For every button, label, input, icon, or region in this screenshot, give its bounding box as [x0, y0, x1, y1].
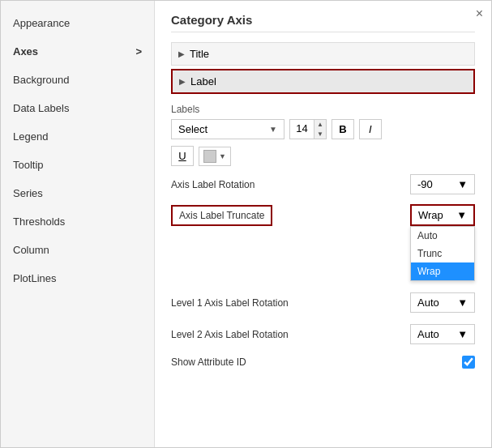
title-row-label: Title: [190, 48, 209, 60]
sidebar-item-label: Series: [13, 187, 43, 199]
italic-button[interactable]: I: [359, 119, 382, 139]
level2-rotation-value: Auto: [417, 328, 439, 340]
content-area: Appearance Axes > Background Data Labels…: [1, 1, 491, 447]
truncate-value: Wrap: [418, 209, 443, 221]
font-size-spinners: ▲ ▼: [314, 120, 326, 139]
sidebar-item-label: Thresholds: [13, 215, 65, 228]
close-button[interactable]: ×: [476, 7, 483, 20]
chevron-down-icon: ▼: [457, 178, 468, 190]
font-size-down[interactable]: ▼: [314, 130, 326, 139]
show-attr-id-label: Show Attribute ID: [171, 356, 246, 368]
level1-rotation-dropdown[interactable]: Auto ▼: [410, 292, 475, 313]
level2-rotation-dropdown[interactable]: Auto ▼: [410, 324, 475, 344]
font-family-value: Select: [178, 123, 207, 135]
dialog: × Appearance Axes > Background Data Labe…: [0, 0, 492, 448]
sidebar-item-label: PlotLines: [13, 272, 56, 284]
level1-rotation-label: Level 1 Axis Label Rotation: [171, 297, 289, 309]
font-size-up[interactable]: ▲: [314, 120, 326, 130]
axis-label-rotation-row: Axis Label Rotation -90 ▼: [171, 173, 475, 196]
label-row[interactable]: ▶ Label: [171, 69, 475, 94]
chevron-down-icon: ▼: [269, 125, 277, 134]
bold-button[interactable]: B: [332, 119, 354, 139]
chevron-down-icon: ▼: [457, 328, 468, 340]
chevron-down-icon: ▼: [457, 297, 468, 309]
truncate-option-wrap[interactable]: Wrap: [411, 262, 474, 280]
rotation-value: -90: [417, 178, 433, 190]
font-size-field: 14 ▲ ▼: [289, 119, 327, 139]
level1-rotation-row: Level 1 Axis Label Rotation Auto ▼: [171, 291, 475, 314]
labels-section-label: Labels: [171, 104, 475, 115]
tri-icon: ▶: [178, 49, 185, 58]
color-swatch: [203, 150, 216, 163]
tri-icon: ▶: [179, 77, 186, 86]
axis-label-truncate-row: Axis Label Truncate Wrap ▼ Auto Trunc Wr…: [171, 204, 475, 226]
font-family-select[interactable]: Select ▼: [171, 119, 285, 139]
color-chevron-icon: ▼: [219, 152, 226, 160]
truncate-dropdown-container: Wrap ▼ Auto Trunc Wrap: [410, 204, 475, 226]
sidebar-item-appearance[interactable]: Appearance: [1, 9, 154, 37]
sidebar: Appearance Axes > Background Data Labels…: [1, 1, 155, 447]
sidebar-item-column[interactable]: Column: [1, 236, 154, 264]
section-title: Category Axis: [171, 13, 475, 32]
sidebar-item-arrow: >: [135, 45, 142, 58]
rotation-dropdown[interactable]: -90 ▼: [410, 174, 475, 194]
sidebar-item-label: Axes: [13, 45, 38, 58]
axis-label-truncate-label: Axis Label Truncate: [171, 205, 272, 226]
underline-button[interactable]: U: [171, 146, 194, 166]
show-attr-id-checkbox[interactable]: [462, 356, 475, 369]
font-size-value: 14: [290, 120, 314, 139]
sidebar-item-label: Data Labels: [13, 102, 69, 114]
main-panel: Category Axis ▶ Title ▶ Label Labels Sel…: [155, 1, 491, 447]
sidebar-item-series[interactable]: Series: [1, 179, 154, 207]
labels-form-group: Labels Select ▼ 14 ▲ ▼: [171, 104, 475, 166]
sidebar-item-legend[interactable]: Legend: [1, 122, 154, 151]
title-row[interactable]: ▶ Title: [171, 42, 475, 66]
sidebar-item-label: Column: [13, 244, 49, 256]
label-row-label: Label: [190, 75, 216, 87]
underline-controls-row: U ▼: [171, 146, 475, 166]
sidebar-item-label: Legend: [13, 130, 48, 143]
truncate-dropdown[interactable]: Wrap ▼: [410, 204, 475, 226]
truncate-option-auto[interactable]: Auto: [411, 227, 474, 245]
sidebar-item-background[interactable]: Background: [1, 66, 154, 94]
truncate-option-trunc[interactable]: Trunc: [411, 245, 474, 262]
sidebar-item-label: Background: [13, 74, 69, 86]
level2-rotation-label: Level 2 Axis Label Rotation: [171, 329, 289, 340]
sidebar-item-tooltip[interactable]: Tooltip: [1, 151, 154, 179]
sidebar-item-axes[interactable]: Axes >: [1, 37, 154, 66]
sidebar-item-data-labels[interactable]: Data Labels: [1, 94, 154, 122]
level2-rotation-row: Level 2 Axis Label Rotation Auto ▼: [171, 322, 475, 346]
sidebar-item-thresholds[interactable]: Thresholds: [1, 207, 154, 236]
sidebar-item-plotlines[interactable]: PlotLines: [1, 264, 154, 292]
truncate-dropdown-menu: Auto Trunc Wrap: [410, 226, 475, 281]
sidebar-item-label: Tooltip: [13, 159, 44, 171]
show-attr-id-row: Show Attribute ID: [171, 354, 475, 370]
sidebar-item-label: Appearance: [13, 17, 70, 29]
axis-label-rotation-label: Axis Label Rotation: [171, 179, 255, 190]
level1-rotation-value: Auto: [417, 297, 439, 309]
chevron-down-icon: ▼: [456, 209, 467, 221]
font-controls-row: Select ▼ 14 ▲ ▼ B I: [171, 119, 475, 139]
color-picker-button[interactable]: ▼: [199, 147, 231, 166]
